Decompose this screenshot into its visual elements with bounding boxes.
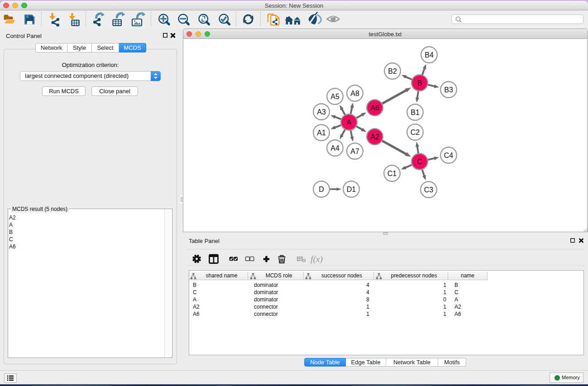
svg-text:C2: C2 [411, 129, 420, 136]
svg-text:A6: A6 [370, 104, 379, 112]
svg-text:A4: A4 [330, 144, 339, 152]
svg-text:B4: B4 [425, 51, 434, 59]
svg-text:A5: A5 [330, 93, 339, 100]
svg-text:f(x): f(x) [311, 254, 323, 264]
svg-text:A: A [347, 119, 352, 126]
svg-text:C: C [417, 158, 422, 166]
svg-text:A8: A8 [350, 90, 359, 97]
svg-text:C4: C4 [444, 152, 454, 159]
svg-text:B3: B3 [444, 86, 453, 94]
svg-text:A3: A3 [317, 108, 326, 116]
svg-text:D1: D1 [347, 186, 356, 193]
svg-text:C1: C1 [387, 170, 397, 177]
svg-text:A2: A2 [370, 133, 379, 141]
svg-text:B2: B2 [388, 67, 397, 75]
svg-text:A1: A1 [317, 129, 326, 137]
svg-text:C3: C3 [424, 186, 434, 194]
svg-text:B1: B1 [411, 109, 420, 116]
svg-text:A7: A7 [350, 148, 359, 155]
svg-text:D: D [319, 186, 324, 193]
svg-text:B: B [417, 79, 422, 87]
